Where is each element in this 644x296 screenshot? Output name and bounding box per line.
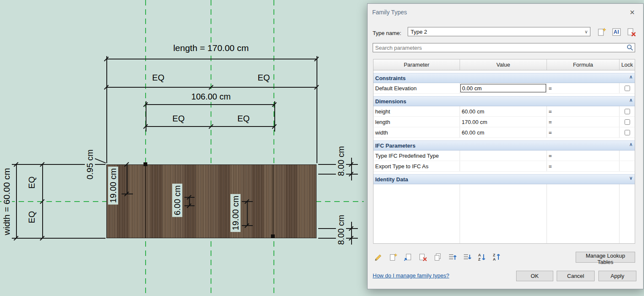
dimension-text-length[interactable]: length = 170.00 cm (171, 43, 250, 53)
parameter-row[interactable]: Default Elevation = (373, 83, 635, 94)
witness-line (317, 56, 317, 163)
lock-checkbox[interactable] (625, 109, 630, 114)
pencil-icon (374, 253, 383, 262)
dimension-text-eq[interactable]: EQ (27, 210, 37, 225)
default-elevation-input[interactable] (460, 84, 546, 92)
section-header-constraints[interactable]: Constraints ∧ (373, 73, 635, 83)
dimension-text-width[interactable]: width = 60.00 cm (1, 166, 12, 237)
collapse-chevron-icon[interactable]: ∧ (629, 97, 633, 103)
parameter-value[interactable] (460, 151, 547, 161)
move-parameter-down-button[interactable] (462, 252, 472, 262)
search-icon[interactable] (626, 44, 634, 51)
dimension-text-offset[interactable]: 0.95 cm (85, 148, 95, 181)
section-header-ifc-parameters[interactable]: IFC Parameters ∧ (373, 140, 635, 151)
column-header-lock[interactable]: Lock (620, 59, 635, 70)
wood-panel[interactable] (106, 164, 317, 238)
type-name-label: Type name: (373, 29, 401, 38)
new-type-button[interactable] (596, 27, 607, 38)
parameter-table: Parameter Value Formula Lock Constraints… (373, 59, 635, 244)
section-label: Constraints (375, 75, 406, 81)
table-header-row: Parameter Value Formula Lock (373, 59, 635, 70)
dimension-line (127, 164, 127, 194)
copy-parameter-button[interactable] (433, 252, 443, 262)
parameter-value[interactable]: 60.00 cm (460, 106, 547, 116)
parameter-name: Default Elevation (373, 83, 460, 93)
parameter-value[interactable]: 60.00 cm (460, 127, 547, 137)
type-name-value: Type 2 (408, 29, 582, 35)
parameter-formula[interactable]: = (547, 151, 620, 161)
parameter-formula[interactable]: = (547, 106, 620, 116)
dimension-line (247, 202, 248, 226)
lock-checkbox[interactable] (625, 86, 630, 91)
dialog-title: Family Types (372, 9, 407, 16)
parameter-formula[interactable]: = (547, 161, 620, 171)
new-type-icon (597, 27, 607, 37)
dimension-line (106, 59, 317, 59)
dimension-text-edge-top[interactable]: 8.00 cm (336, 144, 346, 178)
dimension-text-support-left[interactable]: 19.00 cm (108, 167, 118, 205)
collapse-chevron-icon[interactable]: ∧ (629, 74, 633, 80)
help-link[interactable]: How do I manage family types? (373, 272, 449, 279)
parameter-formula[interactable]: = (547, 83, 620, 93)
parameter-formula[interactable]: = (547, 117, 620, 127)
dimension-text-eq[interactable]: EQ (236, 113, 252, 124)
collapse-chevron-icon[interactable]: ∧ (629, 142, 633, 147)
parameter-row[interactable]: Type IFC Predefined Type = (373, 151, 635, 161)
copy-icon (433, 253, 442, 262)
parameter-value[interactable]: 170.00 cm (460, 117, 547, 127)
parameter-row[interactable]: length 170.00 cm = (373, 117, 635, 127)
rename-type-button[interactable]: A I (611, 27, 622, 38)
ok-button[interactable]: OK (516, 271, 553, 281)
dimension-line (351, 158, 352, 180)
expand-chevron-icon[interactable]: ∨ (629, 175, 633, 181)
search-input[interactable] (373, 43, 635, 52)
support-edge-line (273, 164, 273, 238)
dimension-text-eq[interactable]: EQ (256, 73, 272, 83)
parameter-name: Export Type to IFC As (373, 161, 460, 171)
lock-checkbox[interactable] (625, 119, 630, 125)
delete-type-button[interactable] (626, 27, 637, 38)
dimension-text-gap[interactable]: 6.00 cm (172, 183, 182, 217)
close-icon[interactable]: × (627, 7, 637, 17)
section-header-identity-data[interactable]: Identity Data ∨ (373, 174, 635, 184)
support-marker (271, 234, 275, 238)
dimension-text-eq[interactable]: EQ (171, 113, 187, 124)
apply-button[interactable]: Apply (598, 271, 636, 281)
column-header-formula[interactable]: Formula (547, 59, 620, 70)
column-header-parameter[interactable]: Parameter (373, 59, 460, 70)
sort-ascending-icon: A Z (477, 253, 487, 262)
dimension-text-eq[interactable]: EQ (27, 175, 37, 191)
sort-ascending-button[interactable]: A Z (477, 252, 487, 262)
section-header-dimensions[interactable]: Dimensions ∧ (373, 96, 635, 106)
parameter-row[interactable]: width 60.00 cm = (373, 127, 635, 138)
reference-plane-vertical (145, 0, 146, 296)
new-parameter-button[interactable] (388, 252, 398, 262)
witness-line (106, 56, 107, 163)
svg-text:Z: Z (478, 257, 481, 261)
column-header-value[interactable]: Value (460, 59, 547, 70)
delete-parameter-button[interactable] (418, 252, 428, 262)
edit-parameter-button[interactable] (373, 252, 384, 262)
parameter-value[interactable] (460, 161, 547, 171)
chevron-down-icon: ∨ (582, 29, 590, 35)
manage-lookup-tables-button[interactable]: Manage Lookup Tables (576, 252, 635, 263)
dimension-text-span[interactable]: 106.00 cm (189, 91, 232, 102)
type-name-select[interactable]: Type 2 ∨ (408, 27, 590, 36)
parameter-row[interactable]: height 60.00 cm = (373, 106, 635, 117)
parameter-name: length (373, 117, 460, 127)
dimension-line (146, 104, 274, 105)
move-parameter-up-button[interactable] (447, 252, 457, 262)
dimension-text-support-right[interactable]: 19.00 cm (230, 194, 241, 232)
parameter-formula[interactable]: = (547, 127, 620, 137)
svg-text:A: A (478, 253, 481, 257)
svg-text:I: I (617, 29, 619, 35)
import-parameter-button[interactable] (403, 252, 413, 262)
cancel-button[interactable]: Cancel (557, 271, 595, 281)
dimension-line (16, 164, 17, 238)
sort-descending-button[interactable]: Z A (492, 252, 502, 262)
leader-line (94, 158, 106, 163)
lock-checkbox[interactable] (625, 130, 630, 135)
dimension-text-eq[interactable]: EQ (151, 73, 166, 83)
dimension-text-edge-bottom[interactable]: 8.00 cm (336, 213, 346, 246)
parameter-row[interactable]: Export Type to IFC As = (373, 161, 635, 172)
